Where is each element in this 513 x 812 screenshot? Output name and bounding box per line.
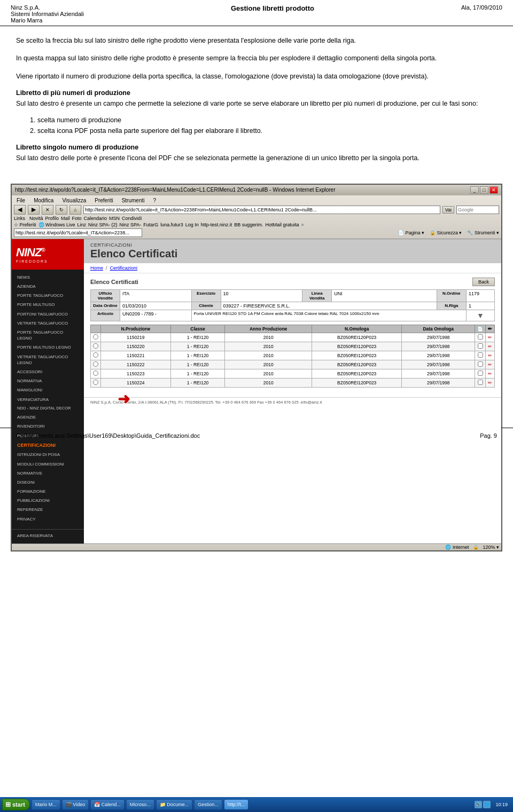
home-button[interactable]: ⌂ xyxy=(69,205,81,215)
edit-6[interactable]: ✏ xyxy=(486,378,495,387)
taskbar-btn-http[interactable]: http://t... xyxy=(224,799,249,810)
footer-filepath: C:\Documents and Settings\User169\Deskto… xyxy=(16,432,200,439)
close-button[interactable]: ✕ xyxy=(489,186,498,194)
menu-visualizza[interactable]: Visualizza xyxy=(60,198,88,203)
sidebar-vetrate-tagliafuoco[interactable]: VETRATE TAGLIAFUOCO xyxy=(12,319,84,328)
sub-address-bar[interactable] xyxy=(14,228,142,237)
sidebar-accessori[interactable]: ACCESSORI xyxy=(12,367,84,376)
sidebar-normative[interactable]: NORMATIVE xyxy=(12,469,84,478)
col-radio xyxy=(91,325,101,333)
minimize-button[interactable]: _ xyxy=(470,186,479,194)
back-button[interactable]: ◀ xyxy=(14,205,26,215)
taskbar-btn-mario[interactable]: Mario M... xyxy=(32,799,60,810)
sidebar-certificazioni[interactable]: CERTIFICAZIONI xyxy=(12,440,84,451)
sidebar-portoni-tagliafuoco[interactable]: PORTONI TAGLIAFUOCO xyxy=(12,310,84,319)
data-ordine-value: 01/03/2010 xyxy=(120,302,192,310)
anno-3: 2010 xyxy=(225,351,312,360)
pdf-5[interactable] xyxy=(475,369,486,378)
radio-3[interactable] xyxy=(91,351,101,360)
sidebar-porte-multiuso-legno[interactable]: PORTE MULTIUSO LEGNO xyxy=(12,343,84,352)
menu-file[interactable]: File xyxy=(15,198,27,203)
link-item-2[interactable]: Profilo xyxy=(45,216,59,221)
radio-6[interactable] xyxy=(91,378,101,387)
sidebar-privacy[interactable]: PRIVACY xyxy=(12,515,84,524)
fav-hotmail[interactable]: HotMail gratuita xyxy=(265,222,299,227)
sidebar-normativa[interactable]: NORMATIVA xyxy=(12,376,84,385)
menu-help[interactable]: ? xyxy=(151,198,158,203)
sidebar-porte-tagliafuoco[interactable]: PORTE TAGLIAFUOCO xyxy=(12,291,84,300)
menu-strumenti[interactable]: Strumenti xyxy=(120,198,146,203)
refresh-button[interactable]: ↻ xyxy=(56,205,67,215)
search-box[interactable] xyxy=(456,206,499,214)
maximize-button[interactable]: □ xyxy=(480,186,488,194)
fav-luna[interactable]: luna.futur3 xyxy=(160,222,183,227)
fav-windows-live[interactable]: 🌐 Windows Live xyxy=(38,222,75,227)
sidebar-referenze[interactable]: REFERENZE xyxy=(12,505,84,514)
edit-1[interactable]: ✏ xyxy=(486,333,495,342)
link-item-5[interactable]: Calendario xyxy=(84,216,107,221)
link-item-6[interactable]: MSN xyxy=(109,216,120,221)
back-button[interactable]: Back xyxy=(472,278,495,286)
edit-5[interactable]: ✏ xyxy=(486,369,495,378)
sidebar-moduli[interactable]: MODULI COMMISSIONI xyxy=(12,460,84,469)
breadcrumb-cert[interactable]: Certificazioni xyxy=(110,265,138,271)
taskbar-btn-micro[interactable]: Microso... xyxy=(126,799,154,810)
stop-button[interactable]: ✕ xyxy=(42,205,53,215)
fav-ninz[interactable]: Ninz SPA- xyxy=(119,222,141,227)
radio-5[interactable] xyxy=(91,369,101,378)
menu-modifica[interactable]: Modifica xyxy=(32,198,55,203)
fav-bb[interactable]: BB suggerim. xyxy=(234,222,263,227)
edit-3[interactable]: ✏ xyxy=(486,351,495,360)
fav-login[interactable]: Log In xyxy=(185,222,199,227)
breadcrumb-home[interactable]: Home xyxy=(90,265,103,271)
pdf-1[interactable] xyxy=(475,333,486,342)
pdf-4[interactable] xyxy=(475,360,486,369)
sidebar-maniglioni[interactable]: MANIGLIONI xyxy=(12,385,84,395)
footer-page: Pag. 9 xyxy=(480,432,497,439)
sidebar-news[interactable]: NEWS xyxy=(12,273,84,282)
link-item-7[interactable]: Condividi xyxy=(122,216,142,221)
taskbar-btn-gestion[interactable]: Gestion... xyxy=(194,799,222,810)
link-item-4[interactable]: Foto xyxy=(72,216,82,221)
sidebar-menu: NEWS AZIENDA PORTE TAGLIAFUOCO PORTE MUL… xyxy=(12,270,84,543)
sidebar-porte-legno[interactable]: PORTE TAGLIAFUOCO LEGNO xyxy=(12,328,84,343)
fav-http[interactable]: http-test.ninz.it xyxy=(201,222,232,227)
link-item-1[interactable]: Novità xyxy=(29,216,43,221)
taskbar-btn-calend[interactable]: 📅 Calend... xyxy=(90,799,125,810)
nprod-6: 1150224 xyxy=(101,378,171,387)
taskbar-gestion-label: Gestion... xyxy=(198,802,219,807)
go-button[interactable]: Vai xyxy=(442,206,454,214)
taskbar-btn-video[interactable]: 🎬 Video xyxy=(62,799,89,810)
sidebar-ndo[interactable]: NDO - NINZ DIGITAL DECOR xyxy=(12,404,84,413)
start-button[interactable]: ⊞ start xyxy=(2,799,30,810)
pdf-2[interactable] xyxy=(475,342,486,351)
taskbar-btn-docu[interactable]: 📁 Docume... xyxy=(156,799,193,810)
sidebar-rivenditori[interactable]: RIVENDITORI xyxy=(12,422,84,431)
ufficio-vendite-label: Ufficio Vendite xyxy=(91,289,120,302)
fav-futar[interactable]: FutarG xyxy=(143,222,158,227)
edit-2[interactable]: ✏ xyxy=(486,342,495,351)
sidebar-pubblicazioni[interactable]: PUBBLICAZIONI xyxy=(12,496,84,505)
radio-1[interactable] xyxy=(91,333,101,342)
radio-2[interactable] xyxy=(91,342,101,351)
sidebar-azienda[interactable]: AZIENDA xyxy=(12,282,84,291)
address-bar[interactable] xyxy=(83,206,440,214)
sidebar-area-riservata[interactable]: AREA RISERVATA xyxy=(12,529,84,540)
sidebar-formazione[interactable]: FORMAZIONE xyxy=(12,487,84,496)
sidebar-vetrate-legno[interactable]: VETRATE TAGLIAFUOCO LEGNO xyxy=(12,352,84,367)
sidebar-agenzie[interactable]: AGENZIE xyxy=(12,413,84,422)
fav-linz[interactable]: Linz xyxy=(77,222,87,227)
radio-4[interactable] xyxy=(91,360,101,369)
sidebar-disegni[interactable]: DISEGNI xyxy=(12,478,84,487)
link-item-3[interactable]: Mail xyxy=(61,216,70,221)
sidebar-porte-multiuso[interactable]: PORTE MULTIUSO xyxy=(12,300,84,309)
menu-preferiti[interactable]: Preferiti xyxy=(93,198,114,203)
pdf-3[interactable] xyxy=(475,351,486,360)
pdf-6[interactable] xyxy=(475,378,486,387)
sidebar-verniciatura[interactable]: VERNICIATURA xyxy=(12,395,84,404)
fav-ninz-2[interactable]: Ninz SPA- (2) xyxy=(88,222,117,227)
sidebar-istruzioni[interactable]: ISTRUZIONI DI POSA xyxy=(12,450,84,459)
edit-4[interactable]: ✏ xyxy=(486,360,495,369)
forward-button[interactable]: ▶ xyxy=(28,205,40,215)
section1-list: scelta numero di produzione scelta icona… xyxy=(37,115,497,136)
